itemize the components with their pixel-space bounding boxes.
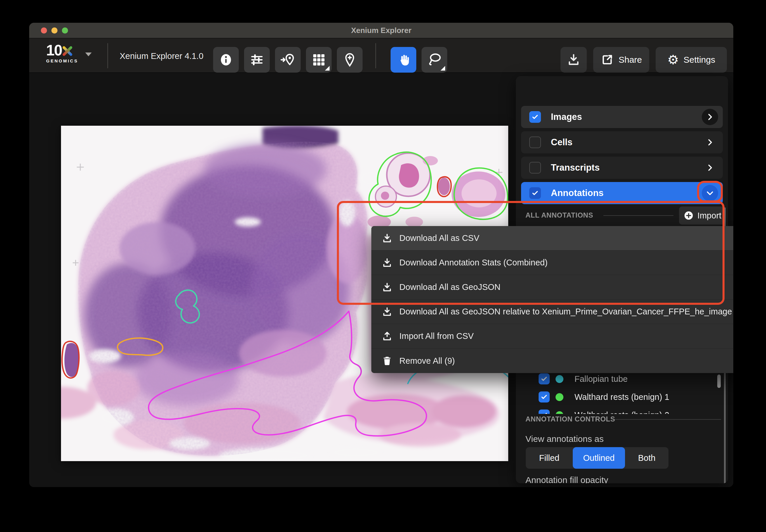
section-label: Transcripts bbox=[551, 162, 600, 173]
menu-item-label: Download All as GeoJSON bbox=[399, 282, 501, 292]
section-row-annotations[interactable]: Annotations bbox=[521, 182, 723, 204]
section-row-images[interactable]: Images bbox=[521, 106, 723, 128]
annotation-color-dot[interactable] bbox=[555, 393, 563, 401]
share-button[interactable]: Share bbox=[593, 47, 649, 73]
view-mode-outlined[interactable]: Outlined bbox=[573, 447, 625, 469]
annotation-row-walthard-1[interactable]: Walthard rests (benign) 1 bbox=[538, 388, 714, 406]
info-tool-button[interactable] bbox=[213, 47, 239, 73]
check-icon bbox=[540, 411, 548, 414]
check-icon bbox=[540, 393, 548, 401]
transcripts-checkbox[interactable] bbox=[529, 162, 541, 174]
download-icon bbox=[382, 233, 392, 244]
expand-button[interactable] bbox=[702, 160, 718, 176]
plus-circle-icon bbox=[683, 210, 694, 221]
section-row-cells[interactable]: Cells bbox=[521, 131, 723, 153]
app-version: Xenium Explorer 4.1.0 bbox=[120, 51, 204, 61]
chevron-right-icon bbox=[706, 113, 714, 121]
menu-item-download-geojson[interactable]: Download All as GeoJSON bbox=[371, 275, 733, 300]
section-label: Cells bbox=[551, 137, 572, 148]
menu-item-label: Download Annotation Stats (Combined) bbox=[399, 258, 548, 267]
download-button[interactable] bbox=[560, 47, 587, 73]
settings-gear-icon: ⚙ bbox=[667, 53, 679, 66]
menu-item-import-csv[interactable]: Import All from CSV bbox=[371, 324, 733, 349]
annotation-color-dot[interactable] bbox=[555, 411, 563, 414]
annotation-row-walthard-2[interactable]: Walthard rests (benign) 2 bbox=[538, 406, 714, 414]
grid-view-tool-button[interactable] bbox=[306, 47, 332, 73]
grid-view-icon bbox=[311, 52, 326, 67]
annotations-context-menu: Download All as CSV Download Annotation … bbox=[371, 226, 733, 373]
chevron-right-icon bbox=[706, 163, 714, 172]
menu-item-download-csv[interactable]: Download All as CSV bbox=[371, 226, 733, 251]
download-icon bbox=[382, 258, 392, 268]
images-checkbox[interactable] bbox=[529, 111, 541, 123]
item-checkbox[interactable] bbox=[538, 373, 550, 384]
check-icon bbox=[531, 113, 539, 121]
tenx-logo[interactable]: 10 GENOMICS bbox=[46, 43, 81, 63]
expand-button[interactable] bbox=[702, 109, 718, 125]
section-label: Images bbox=[551, 112, 582, 122]
section-label: Annotations bbox=[551, 188, 604, 198]
add-location-tool-button[interactable] bbox=[337, 47, 363, 73]
logo-x-icon bbox=[62, 46, 72, 56]
chevron-down-icon bbox=[706, 189, 714, 197]
download-icon bbox=[567, 53, 581, 67]
section-row-transcripts[interactable]: Transcripts bbox=[521, 157, 723, 179]
toolbar-divider bbox=[375, 43, 376, 68]
logo-text: 10 bbox=[46, 43, 62, 58]
annotation-controls-header: ANNOTATION CONTROLS bbox=[525, 415, 615, 423]
list-scrollbar-thumb[interactable] bbox=[717, 375, 721, 388]
menu-item-download-stats[interactable]: Download Annotation Stats (Combined) bbox=[371, 251, 733, 275]
fill-opacity-label: Annotation fill opacity bbox=[525, 475, 609, 483]
view-mode-segmented-control: Filled Outlined Both bbox=[526, 447, 669, 469]
menu-item-download-geojson-relative[interactable]: Download All as GeoJSON relative to Xeni… bbox=[371, 300, 733, 324]
go-to-location-icon bbox=[280, 52, 296, 67]
pan-hand-icon bbox=[396, 52, 411, 67]
annotation-label: Walthard rests (benign) 2 bbox=[574, 410, 669, 414]
header-rule bbox=[615, 419, 721, 420]
menu-item-label: Import All from CSV bbox=[399, 331, 474, 341]
view-mode-filled[interactable]: Filled bbox=[526, 447, 573, 469]
import-label: Import bbox=[697, 211, 721, 221]
view-annotations-as-label: View annotations as bbox=[525, 434, 604, 444]
annotations-checkbox[interactable] bbox=[529, 187, 541, 199]
toolbar: 10 GENOMICS Xenium Explorer 4.1.0 bbox=[29, 39, 733, 73]
import-button[interactable]: Import bbox=[679, 207, 726, 225]
item-checkbox[interactable] bbox=[538, 391, 550, 403]
dropdown-corner-indicator bbox=[440, 66, 445, 71]
all-annotations-header: ALL ANNOTATIONS bbox=[525, 211, 593, 219]
settings-button[interactable]: ⚙ Settings bbox=[656, 47, 727, 73]
title-bar: Xenium Explorer bbox=[29, 23, 733, 38]
expand-button[interactable] bbox=[702, 134, 718, 151]
cells-checkbox[interactable] bbox=[529, 137, 541, 148]
app-window: Xenium Explorer 10 GENOMICS Xenium Explo… bbox=[29, 23, 733, 487]
menu-item-label: Download All as CSV bbox=[399, 233, 479, 243]
view-mode-both[interactable]: Both bbox=[625, 447, 669, 469]
info-icon bbox=[218, 52, 234, 67]
annotation-label: Walthard rests (benign) 1 bbox=[574, 392, 669, 402]
check-icon bbox=[540, 375, 548, 383]
chevron-right-icon bbox=[706, 138, 714, 147]
collapse-button[interactable] bbox=[702, 185, 718, 201]
menu-item-remove-all[interactable]: Remove All (9) bbox=[371, 349, 733, 373]
window-title: Xenium Explorer bbox=[29, 26, 733, 35]
item-checkbox[interactable] bbox=[538, 409, 550, 414]
chevron-down-icon[interactable] bbox=[85, 53, 92, 56]
settings-label: Settings bbox=[684, 55, 715, 65]
menu-item-label: Download All as GeoJSON relative to Xeni… bbox=[399, 307, 732, 316]
check-icon bbox=[531, 189, 539, 197]
logo-subtext: GENOMICS bbox=[46, 58, 81, 63]
lasso-tool-button[interactable] bbox=[422, 47, 447, 73]
upload-icon bbox=[382, 331, 392, 342]
add-location-icon bbox=[342, 52, 357, 67]
toolbar-divider bbox=[107, 43, 108, 68]
annotation-color-dot[interactable] bbox=[555, 375, 563, 383]
download-icon bbox=[382, 282, 392, 293]
pan-tool-button[interactable] bbox=[391, 47, 416, 73]
share-label: Share bbox=[619, 55, 642, 65]
adjustments-tool-button[interactable] bbox=[244, 47, 270, 73]
trash-icon bbox=[382, 356, 392, 366]
dropdown-corner-indicator bbox=[325, 66, 330, 71]
annotation-label: Fallopian tube bbox=[574, 374, 628, 384]
go-to-location-tool-button[interactable] bbox=[275, 47, 301, 73]
download-icon bbox=[382, 307, 392, 317]
